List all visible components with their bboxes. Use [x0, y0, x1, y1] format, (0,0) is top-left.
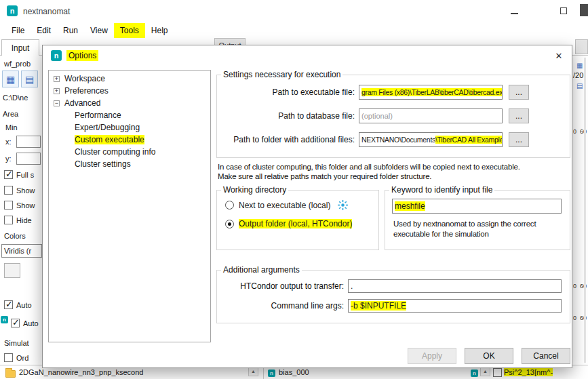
full-scale-checkbox[interactable]	[4, 170, 13, 179]
tree-item-preferences[interactable]: + Preferences	[49, 85, 210, 97]
auto-row-2[interactable]: Auto	[11, 319, 39, 327]
menu-view[interactable]: View	[84, 23, 114, 38]
order-label: Ord	[16, 354, 28, 362]
menu-edit[interactable]: Edit	[31, 23, 57, 38]
toolbar-button-fragment	[575, 39, 588, 54]
x-input[interactable]	[16, 136, 41, 148]
colormap-value: Viridis (r	[4, 247, 31, 255]
radio-output-folder[interactable]: Output folder (local, HTCondor)	[217, 219, 378, 228]
dialog-logo-letter: n	[54, 52, 59, 60]
tree-label-custom-executable: Custom executable	[75, 135, 144, 144]
additional-arguments-group: Additional arguments HTCondor output to …	[216, 265, 570, 323]
tree-item-expert-debugging[interactable]: Expert/Debugging	[49, 121, 210, 134]
mini-logo-letter-3: n	[473, 370, 476, 376]
app-logo-icon: n	[7, 5, 18, 16]
htcondor-input[interactable]: .	[348, 279, 562, 293]
tree-item-performance[interactable]: Performance	[49, 109, 210, 121]
tree-item-advanced[interactable]: − Advanced	[49, 97, 210, 109]
htcondor-row: HTCondor output to transfer: .	[222, 279, 562, 293]
exec-path-value: gram Files (x86)\TiberLAB\tiberCAD\tiber…	[361, 88, 503, 96]
hide-row[interactable]: Hide	[4, 216, 32, 224]
cancel-button[interactable]: Cancel	[522, 348, 570, 364]
auto-row-1[interactable]: Auto	[4, 300, 32, 309]
exec-path-browse-button[interactable]: ...	[509, 85, 529, 100]
full-scale-row[interactable]: Full s	[4, 170, 34, 179]
keyword-help-line2: executable for the simulation	[393, 229, 570, 239]
exec-path-row: Path to executable file: gram Files (x86…	[222, 85, 563, 100]
apply-button[interactable]: Apply	[408, 348, 456, 364]
path-label: C:\D\ne	[3, 94, 28, 102]
background-window-fragment	[580, 4, 588, 16]
database-path-browse-button[interactable]: ...	[509, 108, 529, 123]
additional-files-browse-button[interactable]: ...	[509, 132, 529, 147]
tab-input[interactable]: Input	[1, 39, 39, 56]
folder-item[interactable]: 2DGaN_nanowire_nn3_pnp_ksecond	[19, 368, 143, 376]
radio-next-to-executable[interactable]: Next to executable (local)	[217, 200, 378, 210]
minimize-icon[interactable]	[511, 13, 518, 14]
cmdline-row: Command line args: -b $INPUTFILE	[222, 299, 562, 313]
tree-item-cluster-settings[interactable]: Cluster settings	[49, 158, 210, 170]
tree-label-performance: Performance	[75, 111, 121, 120]
menu-help[interactable]: Help	[145, 23, 174, 38]
radio-unchecked-icon[interactable]	[225, 201, 234, 210]
ok-button[interactable]: OK	[465, 348, 513, 364]
show-label-2: Show	[16, 201, 35, 210]
psi-item[interactable]: Psi^2_13[nm^-	[504, 368, 553, 376]
collapse-minus-icon[interactable]: −	[54, 100, 60, 106]
colormap-select[interactable]: Viridis (r	[1, 244, 42, 258]
database-path-input[interactable]: (optional)	[359, 108, 503, 123]
image-tool-button[interactable]: ▦	[2, 71, 19, 87]
tree-label-preferences: Preferences	[64, 86, 109, 96]
file-name-label: wf_prob	[4, 60, 31, 68]
order-checkbox[interactable]	[4, 353, 13, 362]
exec-path-input[interactable]: gram Files (x86)\TiberLAB\tiberCAD\tiber…	[359, 85, 503, 100]
dialog-titlebar[interactable]: n Options ✕	[43, 45, 572, 66]
additional-files-input[interactable]: NEXTNANO\Documents\TiberCAD All Examples	[359, 132, 503, 147]
bias-item[interactable]: bias_000	[279, 368, 309, 376]
full-scale-label: Full s	[16, 171, 34, 179]
working-directory-group: Working directory Next to executable (lo…	[216, 185, 379, 250]
show-checkbox-2[interactable]	[4, 201, 13, 210]
order-row[interactable]: Ord	[4, 353, 28, 362]
additional-files-label: Path to folder with additional files:	[222, 135, 355, 144]
auto-label-1: Auto	[16, 301, 32, 309]
hide-checkbox[interactable]	[4, 216, 13, 224]
show-checkbox-1[interactable]	[4, 186, 13, 195]
list-tool-button[interactable]: ▤	[21, 71, 38, 87]
tree-item-cluster-computing-info[interactable]: Cluster computing info	[49, 146, 210, 158]
show-row-1[interactable]: Show	[4, 186, 35, 195]
expand-plus-icon[interactable]: +	[54, 76, 60, 82]
radio-output-folder-label: Output folder (local, HTCondor)	[239, 219, 352, 228]
hint-icon	[338, 200, 348, 210]
tree-item-workspace[interactable]: + Workspace	[49, 73, 210, 85]
cmdline-label: Command line args:	[222, 301, 344, 311]
right-scrollbar[interactable]	[584, 58, 586, 363]
tree-item-custom-executable[interactable]: Custom executable	[49, 134, 210, 146]
show-row-2[interactable]: Show	[4, 201, 35, 210]
database-path-placeholder: (optional)	[361, 112, 393, 120]
auto-label-2: Auto	[23, 319, 39, 327]
tree-label-cluster-computing-info: Cluster computing info	[75, 147, 155, 157]
maximize-icon[interactable]	[560, 7, 567, 14]
keyword-input[interactable]: meshfile	[392, 199, 562, 214]
menu-run[interactable]: Run	[57, 23, 84, 38]
database-path-label: Path to database file:	[222, 111, 355, 121]
radio-checked-icon[interactable]	[225, 220, 234, 228]
psi-checkbox[interactable]	[493, 368, 502, 377]
working-directory-legend: Working directory	[221, 185, 288, 195]
menu-file[interactable]: File	[5, 23, 31, 38]
y-input[interactable]	[16, 153, 41, 165]
keyword-group: Keyword to identify input file meshfile …	[385, 185, 570, 250]
tree-label-expert-debugging: Expert/Debugging	[75, 123, 140, 132]
cmdline-input[interactable]: -b $INPUTFILE	[348, 299, 562, 313]
color-button-fragment[interactable]	[4, 263, 20, 278]
simulation-label: Simulat	[4, 339, 29, 347]
list-icon-2: ▤	[576, 82, 583, 89]
auto-checkbox-2[interactable]	[11, 319, 20, 327]
expand-plus-icon-2[interactable]: +	[54, 88, 60, 94]
close-icon[interactable]: ✕	[553, 49, 565, 62]
tree-label-cluster-settings: Cluster settings	[75, 159, 131, 169]
menu-tools[interactable]: Tools	[114, 23, 145, 38]
auto-checkbox-1[interactable]	[4, 300, 13, 309]
dialog-title: Options	[66, 50, 98, 61]
